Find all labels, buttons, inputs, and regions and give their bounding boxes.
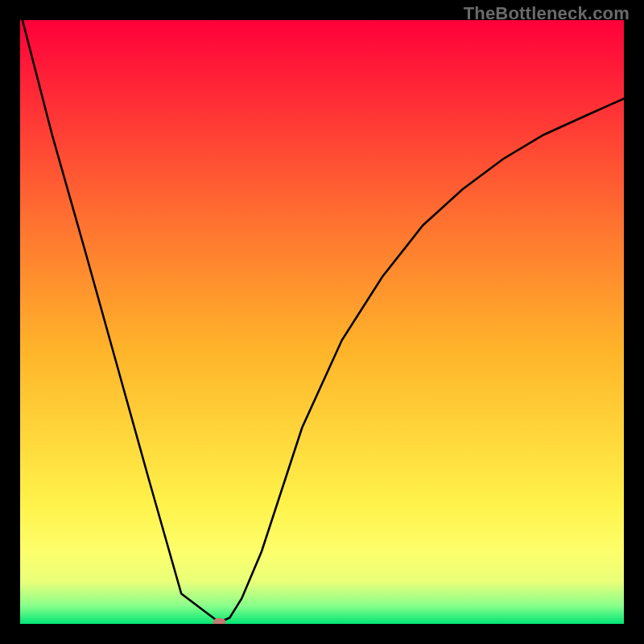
gradient-background [20, 20, 624, 624]
chart-container: TheBottleneck.com [0, 0, 644, 644]
bottleneck-chart [20, 20, 624, 624]
plot-area [20, 20, 624, 624]
